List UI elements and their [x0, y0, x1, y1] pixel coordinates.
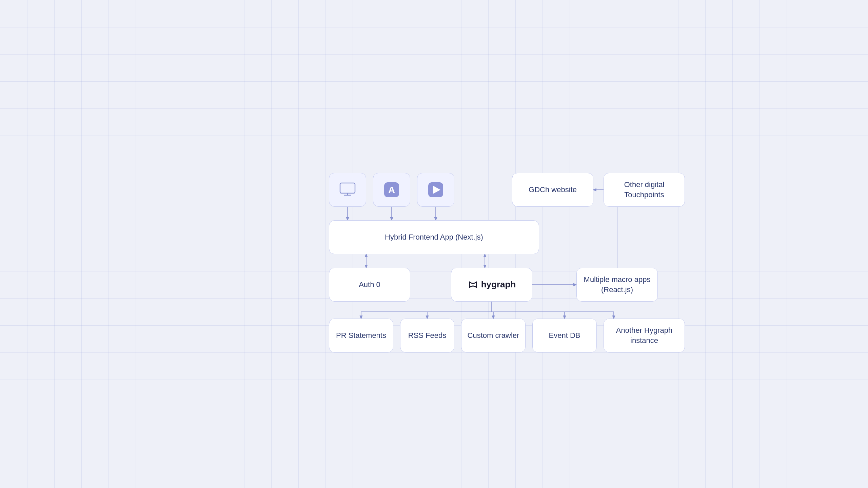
another-hygraph-label: Another Hygraph instance — [604, 325, 685, 345]
svg-rect-14 — [340, 183, 355, 193]
auth0-label: Auth 0 — [359, 280, 380, 290]
another-hygraph-node: Another Hygraph instance — [604, 319, 685, 352]
gdch-website-label: GDCh website — [529, 185, 577, 195]
rss-feeds-label: RSS Feeds — [408, 330, 447, 341]
custom-crawler-node: Custom crawler — [461, 319, 526, 352]
diagram-container: A GDCh website Other digital Touchpoints… — [248, 125, 620, 363]
hygraph-text: hygraph — [481, 279, 516, 290]
event-db-label: Event DB — [549, 330, 580, 341]
event-db-node: Event DB — [532, 319, 597, 352]
playstore-icon-node — [417, 173, 454, 207]
auth0-node: Auth 0 — [329, 268, 410, 302]
other-digital-label: Other digital Touchpoints — [604, 180, 685, 200]
pr-statements-node: PR Statements — [329, 319, 393, 352]
playstore-icon — [427, 181, 445, 199]
hybrid-app-node: Hybrid Frontend App (Next.js) — [329, 220, 539, 254]
custom-crawler-label: Custom crawler — [468, 330, 519, 341]
pr-statements-label: PR Statements — [336, 330, 386, 341]
other-digital-node: Other digital Touchpoints — [604, 173, 685, 207]
rss-feeds-node: RSS Feeds — [400, 319, 454, 352]
svg-text:A: A — [388, 185, 395, 195]
macro-apps-node: Multiple macro apps (React.js) — [576, 268, 658, 302]
hybrid-app-label: Hybrid Frontend App (Next.js) — [385, 232, 483, 242]
hygraph-logo-icon — [468, 279, 478, 290]
hygraph-logo: hygraph — [468, 279, 516, 290]
appstore-icon: A — [383, 181, 400, 199]
monitor-icon-node — [329, 173, 366, 207]
macro-apps-label: Multiple macro apps (React.js) — [577, 274, 657, 294]
appstore-icon-node: A — [373, 173, 410, 207]
gdch-website-node: GDCh website — [512, 173, 593, 207]
monitor-icon — [339, 181, 356, 199]
hygraph-node: hygraph — [451, 268, 532, 302]
